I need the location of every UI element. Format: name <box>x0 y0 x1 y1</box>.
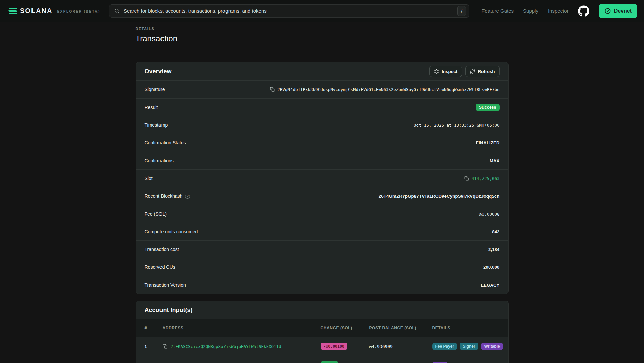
divider <box>136 50 509 50</box>
row-slot: Slot 414,725,063 <box>136 169 508 187</box>
signer-badge: Signer <box>460 343 478 350</box>
blockhash-value: 26T4GmZRYpGp87TvTa1RCD9eCynpS9i7kVqDzJxq… <box>379 194 500 199</box>
col-details: DETAILS <box>432 326 508 330</box>
change-badge <box>321 361 338 363</box>
search-shortcut-key: / <box>457 6 466 16</box>
row-transaction-cost: Transaction cost 2,184 <box>136 240 508 258</box>
confirmation-status-value: FINALIZED <box>476 140 500 145</box>
nav-links: Feature Gates Supply Inspector Devnet <box>481 4 637 18</box>
row-signature-label: Signature <box>145 87 165 92</box>
gear-icon <box>434 69 439 74</box>
refresh-button-label: Refresh <box>478 69 495 74</box>
col-change: CHANGE (SOL) <box>321 326 369 330</box>
row-result: Result Success <box>136 98 508 116</box>
search-icon <box>114 8 120 14</box>
row-signature: Signature 2BVqN4dbTTPxk3k9CdospNvcuymjCs… <box>136 80 508 98</box>
copy-icon[interactable] <box>163 344 167 349</box>
post-balance-value: ◎4.936909 <box>369 344 432 349</box>
row-transaction-version: Transaction Version LEGACY <box>136 276 508 294</box>
row-reserved-cus: Reserved CUs 200,000 <box>136 258 508 276</box>
refresh-icon <box>470 69 475 74</box>
account-inputs-title: Account Input(s) <box>145 307 193 314</box>
row-index: 1 <box>145 344 163 349</box>
row-result-label: Result <box>145 105 158 110</box>
row-recent-blockhash: Recent Blockhash 26T4GmZRYpGp87TvTa1RCD9… <box>136 187 508 205</box>
check-circle-icon <box>605 8 611 14</box>
navbar: SOLANA EXPLORER (BETA) Search for blocks… <box>0 0 644 22</box>
row-confirmations-label: Confirmations <box>145 158 174 163</box>
page-title: Transaction <box>136 34 509 44</box>
brand-link[interactable]: SOLANA EXPLORER (BETA) <box>9 7 100 15</box>
row-fee: Fee (SOL) ◎0.00008 <box>136 205 508 223</box>
copy-icon[interactable] <box>270 87 275 92</box>
nav-link-supply[interactable]: Supply <box>523 8 538 14</box>
row-transaction-version-label: Transaction Version <box>145 282 186 288</box>
row-confirmations: Confirmations MAX <box>136 152 508 169</box>
row-timestamp-label: Timestamp <box>145 122 168 128</box>
github-icon[interactable] <box>578 5 590 17</box>
change-badge: -◎0.00108 <box>321 343 347 350</box>
row-compute-units: Compute units consumed 842 <box>136 223 508 240</box>
inspect-button[interactable]: Inspect <box>429 66 462 77</box>
row-reserved-cus-label: Reserved CUs <box>145 264 175 270</box>
cluster-button[interactable]: Devnet <box>599 4 637 18</box>
solana-logo-icon <box>9 8 17 14</box>
account-inputs-card: Account Input(s) # ADDRESS CHANGE (SOL) … <box>136 301 509 363</box>
refresh-button[interactable]: Refresh <box>465 66 499 77</box>
col-post-balance: POST BALANCE (SOL) <box>369 326 432 330</box>
timestamp-value: Oct 15, 2025 at 13:33:25 GMT+05:00 <box>414 123 500 128</box>
fee-value: ◎0.00008 <box>479 211 499 217</box>
nav-link-inspector[interactable]: Inspector <box>548 8 569 14</box>
row-slot-label: Slot <box>145 176 153 181</box>
table-row: 2 <box>136 356 508 363</box>
table-row: 1 2tEKASCScicxQ2QNKgpXo7isWbjoHAYLW5tSEk… <box>136 337 508 356</box>
reserved-cus-value: 200,000 <box>483 265 499 270</box>
inspect-button-label: Inspect <box>442 69 457 74</box>
row-transaction-cost-label: Transaction cost <box>145 247 179 252</box>
row-confirmation-status-label: Confirmation Status <box>145 140 186 145</box>
account-address-link[interactable]: 2tEKASCScicxQ2QNKgpXo7isWbjoHAYLW5tSEkkX… <box>171 344 281 349</box>
row-recent-blockhash-label: Recent Blockhash <box>145 193 183 199</box>
row-confirmation-status: Confirmation Status FINALIZED <box>136 134 508 152</box>
nav-link-feature-gates[interactable]: Feature Gates <box>481 8 514 14</box>
help-icon[interactable] <box>185 194 190 199</box>
col-address: ADDRESS <box>163 326 321 330</box>
compute-units-value: 842 <box>492 229 499 234</box>
slot-link[interactable]: 414,725,063 <box>472 176 500 181</box>
breadcrumb-eyebrow: DETAILS <box>136 27 509 31</box>
copy-icon[interactable] <box>464 176 469 181</box>
row-fee-label: Fee (SOL) <box>145 211 167 217</box>
overview-title: Overview <box>145 68 172 75</box>
writable-badge: Writable <box>481 343 503 350</box>
col-index: # <box>145 326 163 330</box>
transaction-cost-value: 2,184 <box>488 247 500 252</box>
fee-payer-badge: Fee Payer <box>432 343 457 350</box>
status-badge: Success <box>476 104 500 111</box>
brand-suffix: EXPLORER (BETA) <box>57 10 100 13</box>
signature-value: 2BVqN4dbTTPxk3k9CdospNvcuymjCsNdiEVdG1cE… <box>277 87 499 92</box>
overview-card: Overview Inspect Refresh Signature 2BVqN… <box>136 62 509 294</box>
row-compute-units-label: Compute units consumed <box>145 229 198 234</box>
search-input[interactable]: Search for blocks, accounts, transaction… <box>109 4 469 18</box>
account-table-header: # ADDRESS CHANGE (SOL) POST BALANCE (SOL… <box>136 319 508 337</box>
cluster-button-label: Devnet <box>614 8 632 14</box>
search-placeholder: Search for blocks, accounts, transaction… <box>124 8 267 14</box>
confirmations-value: MAX <box>490 158 500 163</box>
writable-badge <box>432 362 448 363</box>
transaction-version-value: LEGACY <box>481 283 499 288</box>
row-timestamp: Timestamp Oct 15, 2025 at 13:33:25 GMT+0… <box>136 116 508 134</box>
brand-wordmark: SOLANA <box>20 7 52 15</box>
